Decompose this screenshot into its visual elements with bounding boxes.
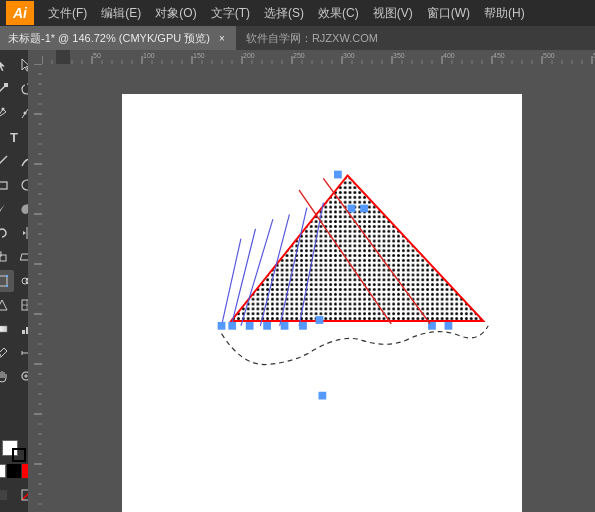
svg-point-31 (0, 354, 1, 356)
color-mode-fill[interactable]: ⬛ (0, 484, 14, 506)
menu-select[interactable]: 选择(S) (258, 3, 310, 24)
ellipse-tool[interactable] (15, 174, 29, 196)
svg-text:400: 400 (443, 52, 455, 59)
measure-tool[interactable] (15, 342, 29, 364)
scale-tool[interactable] (0, 246, 14, 268)
svg-rect-110 (28, 64, 42, 512)
rectangle-tool[interactable] (0, 174, 14, 196)
blob-brush-tool[interactable] (15, 198, 29, 220)
mesh-tool[interactable] (15, 294, 29, 316)
svg-point-5 (23, 112, 26, 115)
selection-tool[interactable] (0, 54, 14, 76)
svg-marker-11 (23, 231, 26, 235)
paintbrush-tool[interactable] (0, 198, 14, 220)
gradient-tool[interactable] (0, 318, 14, 340)
direct-selection-tool[interactable] (15, 54, 29, 76)
menu-help[interactable]: 帮助(H) (478, 3, 531, 24)
svg-text:300: 300 (343, 52, 355, 59)
color-mode-none[interactable] (15, 484, 29, 506)
tab-close-button[interactable]: × (216, 32, 228, 44)
text-tool[interactable]: T (2, 126, 26, 148)
white-swatch[interactable] (0, 464, 6, 478)
shape-builder-tool[interactable] (15, 270, 29, 292)
svg-text:450: 450 (493, 52, 505, 59)
reflect-tool[interactable] (15, 222, 29, 244)
ai-logo: Ai (6, 1, 34, 25)
black-swatch[interactable] (7, 464, 21, 478)
magic-wand-tool[interactable] (0, 78, 14, 100)
svg-rect-7 (0, 182, 7, 189)
ruler-horizontal: // ticks will be added by JS 50100150200… (42, 50, 595, 64)
tab-bar: 未标题-1* @ 146.72% (CMYK/GPU 预览) × 软件自学网：R… (0, 26, 595, 50)
chart-tool[interactable] (15, 318, 29, 340)
svg-point-4 (1, 108, 4, 111)
svg-rect-3 (4, 83, 8, 87)
lasso-tool[interactable] (15, 78, 29, 100)
ruler-corner (56, 50, 70, 64)
menu-edit[interactable]: 编辑(E) (95, 3, 147, 24)
svg-rect-28 (22, 330, 25, 334)
menu-window[interactable]: 窗口(W) (421, 3, 476, 24)
svg-text:250: 250 (293, 52, 305, 59)
menu-bar: 文件(F) 编辑(E) 对象(O) 文字(T) 选择(S) 效果(C) 视图(V… (42, 3, 531, 24)
tab-right-label: 软件自学网：RJZXW.COM (246, 31, 378, 46)
rotate-tool[interactable] (0, 222, 14, 244)
hand-tool[interactable] (0, 366, 14, 388)
active-tab[interactable]: 未标题-1* @ 146.72% (CMYK/GPU 预览) × (0, 26, 236, 50)
artboard (122, 94, 522, 512)
main-area: T (0, 50, 595, 512)
svg-rect-16 (0, 276, 7, 286)
svg-text:350: 350 (393, 52, 405, 59)
tab-label: 未标题-1* @ 146.72% (CMYK/GPU 预览) (8, 31, 210, 46)
anchor-tool[interactable] (15, 102, 29, 124)
arc-tool[interactable] (15, 150, 29, 172)
svg-line-2 (0, 86, 5, 94)
menu-object[interactable]: 对象(O) (149, 3, 202, 24)
title-bar: Ai 文件(F) 编辑(E) 对象(O) 文字(T) 选择(S) 效果(C) 视… (0, 0, 595, 26)
svg-marker-23 (0, 300, 7, 310)
toolbar: T (0, 50, 28, 512)
svg-rect-15 (20, 254, 28, 260)
canvas-area: // ticks will be added by JS 50100150200… (28, 50, 595, 512)
menu-text[interactable]: 文字(T) (205, 3, 256, 24)
svg-rect-14 (0, 252, 1, 256)
eyedropper-tool[interactable] (0, 342, 14, 364)
svg-text:500: 500 (543, 52, 555, 59)
menu-view[interactable]: 视图(V) (367, 3, 419, 24)
pen-tool[interactable] (0, 102, 14, 124)
perspective-grid-tool[interactable] (0, 294, 14, 316)
svg-line-6 (0, 156, 7, 166)
shear-tool[interactable] (15, 246, 29, 268)
svg-text:100: 100 (143, 52, 155, 59)
zoom-tool[interactable] (15, 366, 29, 388)
menu-effect[interactable]: 效果(C) (312, 3, 365, 24)
ruler-vertical (28, 64, 42, 512)
svg-marker-0 (0, 59, 5, 71)
svg-text:200: 200 (243, 52, 255, 59)
stroke-swatch[interactable] (12, 448, 26, 462)
canvas-inner (42, 64, 595, 512)
svg-text:50: 50 (93, 52, 101, 59)
svg-rect-18 (6, 275, 8, 277)
line-segment-tool[interactable] (0, 150, 14, 172)
fill-stroke-indicator[interactable] (2, 440, 26, 462)
svg-rect-27 (0, 326, 7, 332)
menu-file[interactable]: 文件(F) (42, 3, 93, 24)
svg-text:150: 150 (193, 52, 205, 59)
free-transform-tool[interactable] (0, 270, 14, 292)
svg-rect-20 (6, 285, 8, 287)
